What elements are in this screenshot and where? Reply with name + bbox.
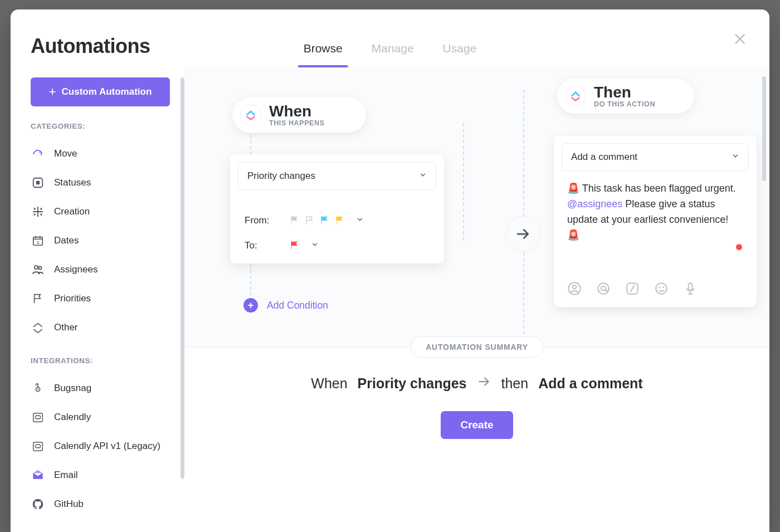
svg-text:1: 1 bbox=[37, 240, 39, 245]
then-title: Then bbox=[594, 84, 655, 100]
integrations-heading: INTEGRATIONS: bbox=[31, 357, 171, 365]
modal-header: Automations Browse Manage Usage bbox=[11, 9, 769, 67]
sidebar-item-calendly-legacy[interactable]: Calendly API v1 (Legacy) bbox=[31, 432, 171, 461]
summary-when-word: When bbox=[311, 375, 347, 392]
create-label: Create bbox=[460, 419, 493, 431]
bugsnag-icon bbox=[31, 381, 45, 396]
summary-then-word: then bbox=[501, 375, 529, 392]
categories-heading: CATEGORIES: bbox=[31, 122, 171, 130]
tab-usage[interactable]: Usage bbox=[441, 37, 479, 67]
sidebar-item-label: Creation bbox=[54, 206, 90, 217]
summary-sentence: When Priority changes then Add a comment bbox=[311, 374, 642, 392]
dates-icon: 1 bbox=[31, 233, 45, 248]
svg-point-7 bbox=[37, 389, 38, 390]
trigger-label: Priority changes bbox=[247, 170, 315, 182]
priority-from-to: From: To: bbox=[230, 198, 444, 263]
create-button[interactable]: Create bbox=[441, 411, 513, 439]
action-select[interactable]: Add a comment bbox=[562, 143, 749, 171]
svg-point-13 bbox=[601, 286, 606, 291]
sidebar-item-priorities[interactable]: Priorities bbox=[31, 284, 171, 313]
cursor-indicator bbox=[736, 244, 742, 250]
summary-label: AUTOMATION SUMMARY bbox=[411, 336, 543, 358]
sidebar-item-github[interactable]: GitHub bbox=[31, 490, 171, 519]
svg-point-11 bbox=[573, 285, 577, 289]
plus-circle-icon: + bbox=[243, 298, 258, 313]
sidebar[interactable]: + Custom Automation CATEGORIES: Move Sta… bbox=[11, 67, 184, 532]
svg-point-5 bbox=[38, 266, 41, 269]
svg-rect-1 bbox=[36, 181, 40, 184]
svg-rect-9 bbox=[33, 442, 43, 451]
flag-normal-icon bbox=[319, 214, 330, 226]
close-icon bbox=[733, 32, 747, 46]
sidebar-item-statuses[interactable]: Statuses bbox=[31, 168, 171, 197]
record-audio-icon[interactable] bbox=[682, 280, 699, 297]
when-title: When bbox=[269, 103, 325, 119]
other-icon bbox=[31, 320, 45, 335]
comment-toolbar bbox=[554, 272, 757, 307]
svg-rect-8 bbox=[33, 413, 43, 422]
assignees-icon bbox=[31, 262, 45, 277]
when-pill: When THIS HAPPENS bbox=[232, 97, 366, 133]
sidebar-item-creation[interactable]: Creation bbox=[31, 197, 171, 226]
calendly-icon bbox=[31, 410, 45, 424]
move-icon bbox=[31, 147, 45, 161]
summary-then-bold: Add a comment bbox=[538, 375, 643, 392]
builder-scrollbar[interactable] bbox=[762, 76, 766, 181]
action-label: Add a comment bbox=[571, 152, 637, 163]
connector-line bbox=[463, 123, 464, 240]
sidebar-item-label: Bugsnag bbox=[54, 383, 91, 394]
mention-icon[interactable] bbox=[595, 280, 612, 297]
tab-browse[interactable]: Browse bbox=[301, 37, 345, 67]
svg-point-4 bbox=[35, 266, 38, 269]
then-subtitle: DO THIS ACTION bbox=[594, 100, 655, 108]
mention-assignees: @assignees bbox=[567, 198, 622, 209]
sidebar-item-label: Calendly API v1 (Legacy) bbox=[54, 441, 160, 452]
when-subtitle: THIS HAPPENS bbox=[269, 119, 325, 127]
flag-urgent-icon bbox=[289, 240, 300, 251]
trigger-select[interactable]: Priority changes bbox=[238, 162, 436, 190]
add-condition-button[interactable]: + Add Condition bbox=[243, 298, 328, 313]
sidebar-item-other[interactable]: Other bbox=[31, 313, 171, 342]
automation-builder: When THIS HAPPENS Priority changes From: bbox=[184, 67, 769, 532]
statuses-icon bbox=[31, 175, 45, 190]
svg-point-12 bbox=[598, 283, 609, 294]
flag-low-icon bbox=[304, 214, 315, 226]
modal-title: Automations bbox=[31, 35, 150, 58]
sidebar-item-label: Dates bbox=[54, 235, 79, 246]
svg-point-17 bbox=[662, 286, 664, 288]
from-row[interactable]: From: bbox=[245, 214, 430, 226]
sidebar-item-calendly[interactable]: Calendly bbox=[31, 403, 171, 432]
sidebar-item-move[interactable]: Move bbox=[31, 139, 171, 168]
comment-textarea[interactable]: 🚨 This task has been flagged urgent. @as… bbox=[554, 179, 757, 272]
sidebar-item-label: Priorities bbox=[54, 293, 91, 304]
sidebar-item-email[interactable]: Email bbox=[31, 461, 171, 490]
emoji-icon[interactable] bbox=[653, 280, 670, 297]
comment-text-prefix: 🚨 This task has been flagged urgent. bbox=[567, 183, 736, 194]
flag-none-icon bbox=[289, 214, 300, 226]
tab-manage[interactable]: Manage bbox=[369, 37, 416, 67]
sidebar-item-bugsnag[interactable]: Bugsnag bbox=[31, 374, 171, 403]
to-label: To: bbox=[245, 240, 278, 251]
chevron-down-icon bbox=[356, 216, 364, 226]
chevron-down-icon bbox=[311, 241, 319, 251]
custom-automation-button[interactable]: + Custom Automation bbox=[31, 77, 170, 106]
to-row[interactable]: To: bbox=[245, 240, 430, 251]
clickup-logo-icon bbox=[565, 86, 586, 107]
flow-arrow bbox=[505, 216, 541, 252]
custom-automation-label: Custom Automation bbox=[62, 86, 152, 97]
sidebar-item-label: Statuses bbox=[54, 177, 91, 188]
chevron-down-icon bbox=[732, 152, 739, 162]
sidebar-item-dates[interactable]: 1 Dates bbox=[31, 226, 171, 255]
sidebar-item-label: Assignees bbox=[54, 264, 98, 275]
creation-icon bbox=[31, 204, 45, 219]
sidebar-item-label: Move bbox=[54, 148, 77, 159]
sidebar-item-label: GitHub bbox=[54, 499, 84, 510]
priorities-icon bbox=[31, 291, 45, 306]
sidebar-item-assignees[interactable]: Assignees bbox=[31, 255, 171, 284]
close-button[interactable] bbox=[730, 30, 749, 48]
clickup-logo-icon bbox=[240, 105, 261, 126]
assign-comment-icon[interactable] bbox=[566, 280, 583, 297]
slash-command-icon[interactable] bbox=[624, 280, 641, 297]
add-condition-label: Add Condition bbox=[267, 300, 328, 311]
modal-body: + Custom Automation CATEGORIES: Move Sta… bbox=[11, 67, 769, 532]
